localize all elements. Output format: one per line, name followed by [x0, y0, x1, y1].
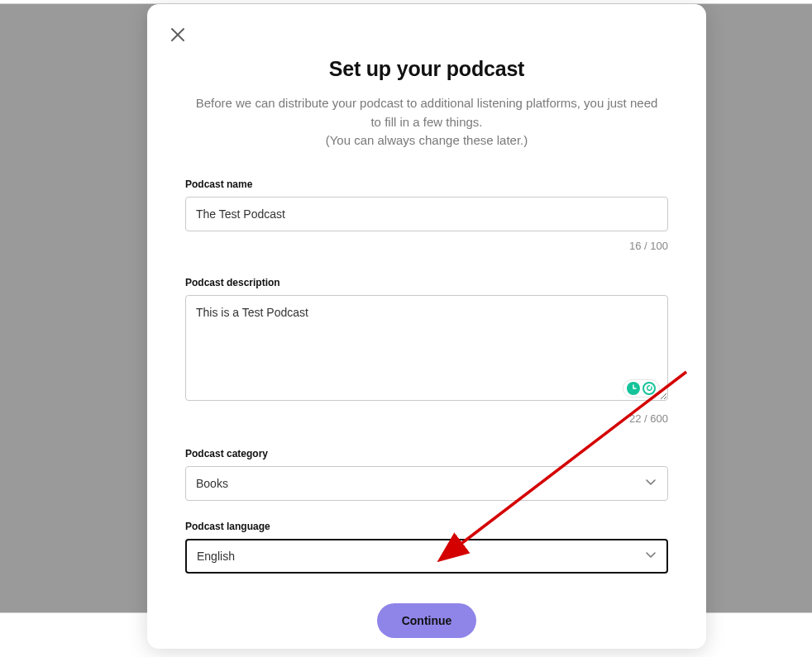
- podcast-language-select[interactable]: [185, 539, 668, 574]
- podcast-name-counter: 16 / 100: [185, 240, 668, 252]
- category-select-wrap: [185, 466, 668, 501]
- continue-button[interactable]: Continue: [377, 603, 477, 638]
- podcast-category-select[interactable]: [185, 466, 668, 501]
- grammarly-status-icon: [642, 382, 656, 395]
- language-select-wrap: [185, 539, 668, 574]
- subtitle-line-2: (You can always change these later.): [326, 133, 528, 147]
- subtitle-line-1: Before we can distribute your podcast to…: [196, 96, 658, 129]
- textarea-wrapper: [185, 295, 668, 404]
- grammarly-badge[interactable]: [623, 379, 660, 398]
- podcast-name-input[interactable]: [185, 197, 668, 231]
- podcast-name-group: Podcast name 16 / 100: [185, 179, 668, 252]
- close-button[interactable]: [167, 24, 189, 45]
- podcast-language-label: Podcast language: [185, 521, 668, 532]
- modal-header: Set up your podcast Before we can distri…: [185, 57, 668, 150]
- grammarly-icon: [627, 382, 640, 395]
- podcast-language-group: Podcast language: [185, 521, 668, 574]
- close-icon: [170, 27, 185, 42]
- podcast-description-group: Podcast description 22 / 600: [185, 277, 668, 425]
- podcast-description-counter: 22 / 600: [185, 412, 668, 425]
- modal-title: Set up your podcast: [185, 57, 668, 81]
- podcast-category-label: Podcast category: [185, 448, 668, 459]
- podcast-description-input[interactable]: [185, 295, 668, 401]
- modal-subtitle: Before we can distribute your podcast to…: [195, 94, 658, 150]
- podcast-description-label: Podcast description: [185, 277, 668, 288]
- setup-podcast-modal: Set up your podcast Before we can distri…: [147, 4, 706, 649]
- podcast-name-label: Podcast name: [185, 179, 668, 190]
- podcast-category-group: Podcast category: [185, 448, 668, 501]
